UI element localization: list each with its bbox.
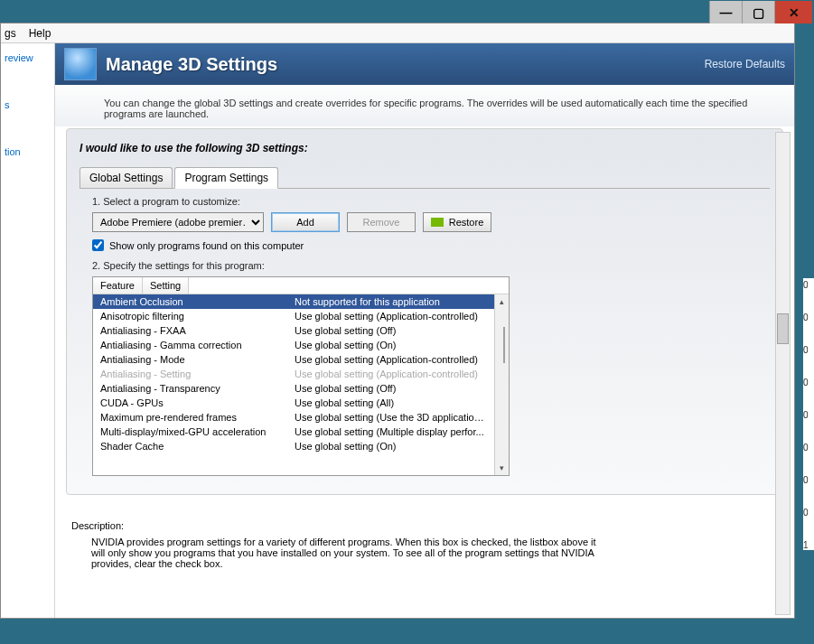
table-row[interactable]: Shader CacheUse global setting (On) [93,439,494,453]
sidebar-link[interactable]: s [5,99,51,110]
menubar: gs Help [1,23,794,43]
setting-cell: Use global setting (Off) [287,323,494,338]
col-feature[interactable]: Feature [93,277,143,294]
value-cell: 0 [803,378,814,387]
setting-cell: Use global setting (Application-controll… [287,352,494,367]
tab-program-settings[interactable]: Program Settings [174,167,278,189]
setting-cell: Use global setting (On) [287,439,494,453]
settings-grid: Feature Setting Ambient OcclusionNot sup… [92,276,510,476]
show-only-label: Show only programs found on this compute… [109,240,304,251]
value-cell: 0 [803,345,814,355]
value-cell: 0 [803,508,814,518]
value-cell: 1 [803,540,814,550]
feature-cell: Shader Cache [93,439,287,453]
value-cell: 0 [803,313,814,322]
table-row[interactable]: Antialiasing - TransparencyUse global se… [93,381,494,396]
step2-label: 2. Specify the settings for this program… [92,260,770,271]
value-cell: 0 [803,410,814,420]
setting-cell: Not supported for this application [287,294,494,309]
show-only-checkbox[interactable] [92,239,104,251]
setting-cell: Use global setting (Multiple display per… [287,425,494,439]
restore-defaults-link[interactable]: Restore Defaults [705,58,785,70]
setting-cell: Use global setting (All) [287,396,494,410]
value-cell: 0 [803,280,814,290]
tab-global-settings[interactable]: Global Settings [80,167,173,188]
settings-panel: I would like to use the following 3D set… [66,128,783,495]
value-cell: 0 [803,443,814,453]
setting-cell: Use global setting (Application-controll… [287,367,494,381]
sidebar-link[interactable]: review [5,52,51,63]
setting-cell: Use global setting (Use the 3D applicati… [287,410,494,425]
description-title: Description: [71,520,778,531]
restore-button[interactable]: Restore [423,212,491,232]
scroll-up-icon[interactable]: ▴ [495,294,509,309]
grid-scrollbar[interactable]: ▴ ▾ [494,294,509,475]
close-button[interactable]: ✕ [774,1,812,23]
table-row[interactable]: Antialiasing - FXAAUse global setting (O… [93,323,494,338]
feature-cell: Antialiasing - Transparency [93,381,287,396]
main-scrollbar[interactable] [775,132,791,615]
feature-cell: Ambient Occlusion [93,294,287,309]
setting-cell: Use global setting (Off) [287,381,494,396]
menu-item-help[interactable]: Help [29,27,51,40]
main-content: Manage 3D Settings Restore Defaults You … [55,43,794,618]
right-value-strip: 000000001 [803,278,814,550]
header-3d-icon [64,48,97,80]
main-scrollbar-thumb[interactable] [777,313,789,344]
remove-button[interactable]: Remove [347,212,416,232]
setting-cell: Use global setting (Application-controll… [287,309,494,323]
feature-cell: Maximum pre-rendered frames [93,410,287,425]
table-row[interactable]: Antialiasing - ModeUse global setting (A… [93,352,494,367]
table-row[interactable]: Ambient OcclusionNot supported for this … [93,294,494,309]
value-cell: 0 [803,475,814,485]
feature-cell: Antialiasing - Setting [93,367,287,381]
scrollbar-thumb[interactable] [503,327,505,363]
panel-lead: I would like to use the following 3D set… [80,138,770,167]
tabs: Global Settings Program Settings [80,167,770,189]
table-row[interactable]: Antialiasing - SettingUse global setting… [93,367,494,381]
menu-item[interactable]: gs [5,27,16,40]
feature-cell: Antialiasing - Mode [93,352,287,367]
program-select[interactable]: Adobe Premiere (adobe premier… [92,212,264,232]
sidebar-link[interactable]: tion [5,146,51,157]
feature-cell: Antialiasing - FXAA [93,323,287,338]
table-row[interactable]: Anisotropic filteringUse global setting … [93,309,494,323]
table-row[interactable]: CUDA - GPUsUse global setting (All) [93,396,494,410]
description-section: Description: NVIDIA provides program set… [71,520,778,569]
table-row[interactable]: Multi-display/mixed-GPU accelerationUse … [93,425,494,439]
step1-label: 1. Select a program to customize: [92,196,770,207]
description-body: NVIDIA provides program settings for a v… [91,537,597,569]
feature-cell: Anisotropic filtering [93,309,287,323]
app-window: — ▢ ✕ gs Help review s tion Manage 3D Se… [0,23,795,619]
col-setting[interactable]: Setting [143,277,189,294]
page-title: Manage 3D Settings [106,54,705,75]
feature-cell: Antialiasing - Gamma correction [93,338,287,352]
maximize-button[interactable]: ▢ [742,1,774,23]
feature-cell: CUDA - GPUs [93,396,287,410]
show-only-checkbox-row[interactable]: Show only programs found on this compute… [92,239,770,251]
feature-cell: Multi-display/mixed-GPU acceleration [93,425,287,439]
page-header: Manage 3D Settings Restore Defaults [55,43,794,85]
add-button[interactable]: Add [271,212,340,232]
table-row[interactable]: Antialiasing - Gamma correctionUse globa… [93,338,494,352]
minimize-button[interactable]: — [709,1,742,23]
table-row[interactable]: Maximum pre-rendered framesUse global se… [93,410,494,425]
intro-text: You can change the global 3D settings an… [55,85,794,126]
sidebar: review s tion [1,43,55,618]
scroll-down-icon[interactable]: ▾ [495,461,509,475]
setting-cell: Use global setting (On) [287,338,494,352]
